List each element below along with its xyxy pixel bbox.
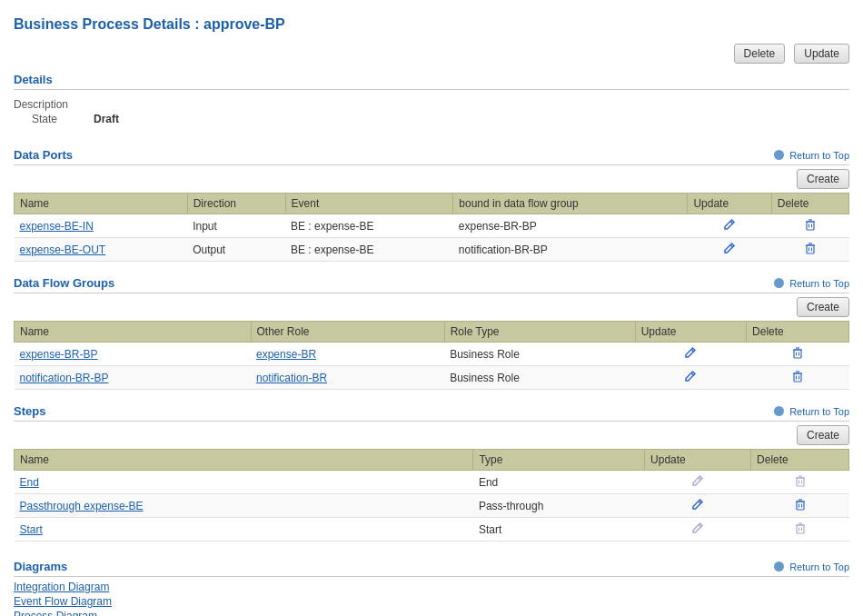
dp-update-cell bbox=[688, 238, 771, 262]
step-name-cell: End bbox=[15, 471, 473, 494]
dp-delete-cell bbox=[771, 238, 848, 262]
dp-col-direction: Direction bbox=[187, 194, 285, 214]
diagrams-links: Integration DiagramEvent Flow DiagramPro… bbox=[14, 581, 849, 616]
dp-event-cell: BE : expense-BE bbox=[285, 214, 453, 238]
step-name-link[interactable]: End bbox=[20, 476, 39, 489]
steps-create-area: Create bbox=[14, 425, 849, 445]
description-row: Description bbox=[14, 97, 849, 112]
data-ports-section: Data Ports Return to Top Create Name Dir… bbox=[14, 148, 849, 262]
svg-rect-1 bbox=[807, 245, 814, 253]
data-ports-create-button[interactable]: Create bbox=[797, 169, 849, 189]
dfg-other-role-link[interactable]: notification-BR bbox=[256, 372, 327, 384]
step-delete-cell bbox=[751, 471, 849, 494]
trash-icon[interactable] bbox=[791, 373, 804, 385]
details-section-title: Details bbox=[14, 73, 53, 86]
diagram-link[interactable]: Event Flow Diagram bbox=[14, 595, 849, 608]
dp-bound-cell: expense-BR-BP bbox=[453, 214, 688, 238]
details-block: Description State Draft bbox=[14, 94, 849, 134]
data-ports-header: Data Ports Return to Top bbox=[14, 148, 849, 165]
state-row: State Draft bbox=[14, 112, 849, 126]
dfg-name-link[interactable]: expense-BR-BP bbox=[20, 348, 98, 361]
top-actions: Delete Update bbox=[14, 44, 849, 64]
diagram-link[interactable]: Integration Diagram bbox=[14, 581, 849, 593]
step-type-cell: Start bbox=[473, 518, 645, 541]
steps-create-button[interactable]: Create bbox=[797, 425, 849, 445]
s-col-update: Update bbox=[645, 450, 751, 471]
dp-name-link[interactable]: expense-BE-OUT bbox=[20, 243, 106, 256]
trash-icon[interactable] bbox=[804, 221, 817, 233]
dfg-other-role-cell: notification-BR bbox=[251, 366, 444, 390]
edit-icon[interactable] bbox=[723, 221, 736, 233]
dfg-other-role-link[interactable]: expense-BR bbox=[256, 348, 316, 361]
dp-name-cell: expense-BE-IN bbox=[15, 214, 188, 238]
steps-return-top[interactable]: Return to Top bbox=[774, 406, 849, 417]
dfg-col-name: Name bbox=[15, 322, 252, 343]
dp-col-event: Event bbox=[285, 194, 453, 214]
table-row: notification-BR-BP notification-BR Busin… bbox=[15, 366, 849, 390]
edit-icon[interactable] bbox=[691, 501, 704, 513]
data-flow-groups-create-area: Create bbox=[14, 297, 849, 317]
data-flow-groups-header: Data Flow Groups Return to Top bbox=[14, 276, 849, 293]
dp-col-name: Name bbox=[15, 194, 188, 214]
trash-icon bbox=[794, 524, 807, 537]
return-top-icon-1 bbox=[774, 150, 784, 160]
svg-rect-2 bbox=[794, 350, 801, 358]
edit-icon bbox=[691, 524, 704, 537]
step-name-link[interactable]: Start bbox=[20, 523, 43, 536]
dp-direction-cell: Output bbox=[187, 238, 285, 262]
page-title: Business Process Details : approve-BP bbox=[14, 9, 849, 33]
dfg-other-role-cell: expense-BR bbox=[251, 343, 444, 366]
return-top-icon-2 bbox=[774, 278, 784, 288]
trash-icon[interactable] bbox=[791, 349, 804, 362]
data-ports-table: Name Direction Event bound in data flow … bbox=[14, 193, 849, 262]
data-ports-title: Data Ports bbox=[14, 148, 73, 162]
s-col-type: Type bbox=[473, 450, 645, 471]
data-ports-return-top[interactable]: Return to Top bbox=[774, 150, 849, 161]
table-row: expense-BE-OUT Output BE : expense-BE no… bbox=[15, 238, 849, 262]
step-type-cell: Pass-through bbox=[473, 494, 645, 518]
steps-section: Steps Return to Top Create Name Type Upd… bbox=[14, 404, 849, 541]
diagram-link[interactable]: Process Diagram bbox=[14, 610, 849, 616]
table-row: Start Start bbox=[15, 518, 849, 541]
details-section-header: Details bbox=[14, 73, 849, 90]
dp-col-update: Update bbox=[688, 194, 771, 214]
update-button[interactable]: Update bbox=[794, 44, 849, 64]
dfg-role-type-cell: Business Role bbox=[444, 343, 635, 366]
s-col-delete: Delete bbox=[751, 450, 849, 471]
data-flow-groups-create-button[interactable]: Create bbox=[797, 297, 849, 317]
data-flow-groups-title: Data Flow Groups bbox=[14, 276, 114, 290]
step-name-cell: Start bbox=[15, 518, 473, 541]
dfg-update-cell bbox=[635, 343, 746, 366]
step-update-cell bbox=[645, 518, 751, 541]
step-type-cell: End bbox=[473, 471, 645, 494]
return-top-icon-4 bbox=[774, 561, 784, 571]
diagrams-return-top-label: Return to Top bbox=[789, 561, 849, 572]
step-name-link[interactable]: Passthrough expense-BE bbox=[20, 500, 144, 512]
table-row: expense-BR-BP expense-BR Business Role bbox=[15, 343, 849, 366]
data-flow-groups-return-top[interactable]: Return to Top bbox=[774, 278, 849, 289]
return-top-icon-3 bbox=[774, 406, 784, 416]
diagrams-return-top[interactable]: Return to Top bbox=[774, 561, 849, 572]
step-update-cell bbox=[645, 494, 751, 518]
dfg-delete-cell bbox=[747, 366, 849, 390]
edit-icon[interactable] bbox=[684, 349, 697, 362]
dfg-update-cell bbox=[635, 366, 746, 390]
dp-name-link[interactable]: expense-BE-IN bbox=[20, 220, 94, 233]
dp-event-cell: BE : expense-BE bbox=[285, 238, 453, 262]
trash-icon[interactable] bbox=[804, 244, 817, 257]
data-flow-groups-section: Data Flow Groups Return to Top Create Na… bbox=[14, 276, 849, 390]
diagrams-section: Diagrams Return to Top Integration Diagr… bbox=[14, 560, 849, 616]
edit-icon[interactable] bbox=[723, 244, 736, 257]
svg-rect-5 bbox=[797, 502, 804, 510]
diagrams-header: Diagrams Return to Top bbox=[14, 560, 849, 577]
s-col-name: Name bbox=[15, 450, 473, 471]
edit-icon[interactable] bbox=[684, 373, 697, 385]
dfg-col-delete: Delete bbox=[747, 322, 849, 343]
delete-button[interactable]: Delete bbox=[734, 44, 786, 64]
dfg-col-other-role: Other Role bbox=[251, 322, 444, 343]
dfg-name-link[interactable]: notification-BR-BP bbox=[20, 372, 109, 384]
details-section: Details Description State Draft bbox=[14, 73, 849, 134]
trash-icon[interactable] bbox=[794, 501, 807, 513]
dfg-role-type-cell: Business Role bbox=[444, 366, 635, 390]
page-container: Business Process Details : approve-BP De… bbox=[0, 0, 863, 616]
